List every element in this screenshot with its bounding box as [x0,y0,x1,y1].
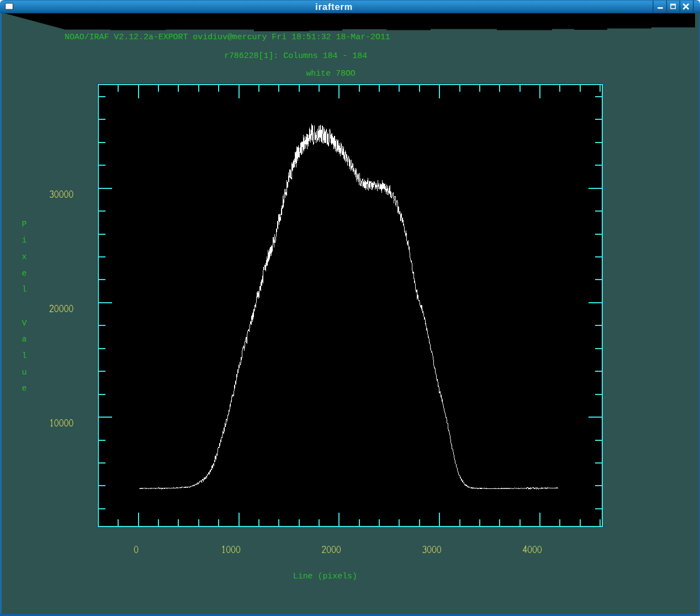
svg-text:NOAO/IRAF V2.12.2a-EXPORT ovid: NOAO/IRAF V2.12.2a-EXPORT ovidiuv@mercur… [65,33,390,41]
svg-text:white 78OO: white 78OO [306,69,355,78]
svg-text:e: e [22,384,27,393]
svg-text:u: u [22,368,27,377]
svg-text:e: e [22,269,27,278]
svg-text:P: P [22,220,27,229]
svg-text:x: x [22,252,27,261]
svg-text:r786228[1]: Columns 184 - 184: r786228[1]: Columns 184 - 184 [224,51,367,60]
svg-text:l: l [22,351,27,360]
svg-text:V: V [22,319,27,328]
svg-text:irafterm: irafterm [315,2,353,12]
svg-text:i: i [22,236,27,245]
svg-text:Line (pixels): Line (pixels) [293,572,357,581]
svg-text:l: l [22,285,27,294]
svg-text:a: a [22,335,27,344]
